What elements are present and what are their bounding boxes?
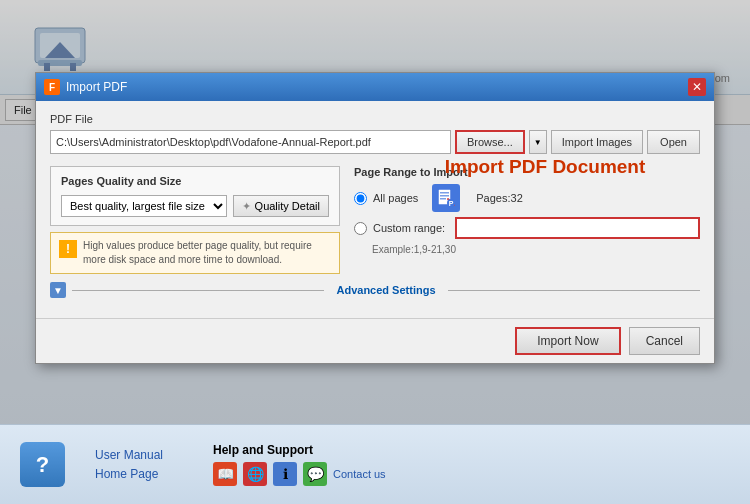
dialog-footer: Import Now Cancel xyxy=(36,318,714,363)
dialog-title-left: F Import PDF xyxy=(44,79,127,95)
file-row: Browse... ▼ Import Images Open xyxy=(50,130,700,154)
footer-info-icon[interactable]: ℹ xyxy=(273,462,297,486)
advanced-settings-label[interactable]: Advanced Settings xyxy=(324,284,447,296)
import-images-button[interactable]: Import Images xyxy=(551,130,643,154)
custom-range-radio[interactable] xyxy=(354,222,367,235)
footer-globe-icon[interactable]: 🌐 xyxy=(243,462,267,486)
browse-dropdown-button[interactable]: ▼ xyxy=(529,130,547,154)
footer-book-icon[interactable]: 📖 xyxy=(213,462,237,486)
quality-section-title: Pages Quality and Size xyxy=(61,175,329,187)
dialog-app-icon: F xyxy=(44,79,60,95)
all-pages-row: All pages P xyxy=(354,184,700,212)
adv-line-left xyxy=(72,290,324,291)
open-button[interactable]: Open xyxy=(647,130,700,154)
warning-icon: ! xyxy=(59,240,77,258)
pdf-file-label: PDF File xyxy=(50,113,700,125)
browse-button[interactable]: Browse... xyxy=(455,130,525,154)
custom-range-input[interactable] xyxy=(455,217,700,239)
custom-range-row: Custom range: xyxy=(354,217,700,239)
advanced-arrow-icon[interactable]: ▼ xyxy=(50,282,66,298)
quality-section: Pages Quality and Size Best quality, lar… xyxy=(50,166,340,226)
warning-text: High values produce better page quality,… xyxy=(83,239,331,267)
svg-rect-8 xyxy=(440,195,449,197)
import-pdf-dialog: F Import PDF ✕ PDF File Browse... ▼ Impo… xyxy=(35,72,715,364)
advanced-settings-row: ▼ Advanced Settings xyxy=(50,282,700,298)
import-now-button[interactable]: Import Now xyxy=(515,327,620,355)
quality-detail-button[interactable]: ✦ Quality Detail xyxy=(233,195,329,217)
page-range-section: Page Range to Import All pages xyxy=(354,166,700,255)
footer-links: User Manual Home Page xyxy=(95,448,163,481)
svg-rect-9 xyxy=(440,198,446,200)
all-pages-radio[interactable] xyxy=(354,192,367,205)
dialog-titlebar: F Import PDF ✕ xyxy=(36,73,714,101)
dialog-title: Import PDF xyxy=(66,80,127,94)
app-background: Copyright by FlipBuilder.com File Edit V… xyxy=(0,0,750,504)
app-footer: ? User Manual Home Page Help and Support… xyxy=(0,424,750,504)
adv-line-right xyxy=(448,290,700,291)
footer-icons-row: 📖 🌐 ℹ 💬 Contact us xyxy=(213,462,386,486)
example-text: Example:1,9-21,30 xyxy=(372,244,700,255)
custom-range-label: Custom range: xyxy=(373,222,445,234)
quality-select[interactable]: Best quality, largest file size xyxy=(61,195,227,217)
cancel-button[interactable]: Cancel xyxy=(629,327,700,355)
svg-text:P: P xyxy=(449,200,454,207)
svg-rect-7 xyxy=(440,192,449,194)
two-col-layout: Pages Quality and Size Best quality, lar… xyxy=(50,166,700,274)
dialog-content: PDF File Browse... ▼ Import Images Open … xyxy=(36,101,714,318)
quality-star-icon: ✦ xyxy=(242,200,251,213)
pages-count: Pages:32 xyxy=(476,192,522,204)
footer-help-support: Help and Support 📖 🌐 ℹ 💬 Contact us xyxy=(213,443,386,486)
page-icon: P xyxy=(432,184,460,212)
import-pdf-title: Import PDF Document xyxy=(445,156,646,177)
all-pages-label: All pages xyxy=(373,192,418,204)
footer-help-icon: ? xyxy=(20,442,65,487)
dialog-close-button[interactable]: ✕ xyxy=(688,78,706,96)
user-manual-link[interactable]: User Manual xyxy=(95,448,163,462)
right-column: Page Range to Import All pages xyxy=(354,166,700,274)
footer-help-support-title: Help and Support xyxy=(213,443,386,457)
contact-us-link[interactable]: Contact us xyxy=(333,468,386,480)
quality-row: Best quality, largest file size ✦ Qualit… xyxy=(61,195,329,217)
left-column: Pages Quality and Size Best quality, lar… xyxy=(50,166,340,274)
file-path-input[interactable] xyxy=(50,130,451,154)
home-page-link[interactable]: Home Page xyxy=(95,467,163,481)
footer-chat-icon[interactable]: 💬 xyxy=(303,462,327,486)
warning-box: ! High values produce better page qualit… xyxy=(50,232,340,274)
